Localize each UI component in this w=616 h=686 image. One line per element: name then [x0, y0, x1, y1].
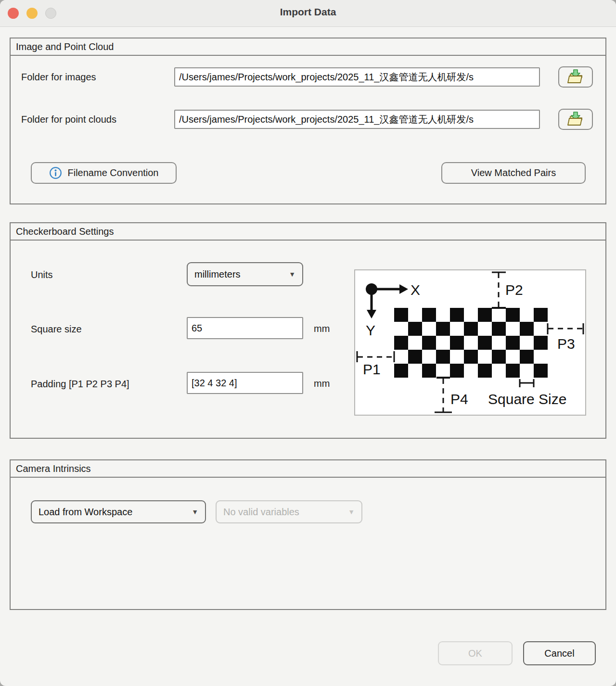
ok-button: OK [438, 641, 513, 665]
folder-pointclouds-input[interactable] [174, 110, 540, 129]
p2-label: P2 [505, 282, 523, 298]
chevron-down-icon: ▼ [348, 508, 355, 516]
square-size-label: Square size [31, 323, 82, 335]
y-axis-arrowhead-icon [367, 310, 376, 318]
folder-images-input[interactable] [174, 67, 540, 87]
group-title-camera-intrinsics: Camera Intrinsics [11, 460, 605, 478]
cancel-label: Cancel [544, 648, 574, 659]
y-axis-label: Y [366, 322, 375, 338]
chevron-down-icon: ▼ [289, 270, 295, 278]
p3-label: P3 [557, 336, 575, 352]
padding-label: Padding [P1 P2 P3 P4] [31, 378, 129, 390]
padding-unit: mm [314, 378, 330, 389]
camera-intrinsics-group: Camera Intrinsics Load from Workspace ▼ … [10, 459, 606, 610]
checkerboard-diagram: X Y P2 P3 P1 [354, 269, 586, 416]
p1-label: P1 [363, 361, 381, 377]
intrinsics-source-dropdown[interactable]: Load from Workspace ▼ [31, 500, 206, 523]
x-axis-arrowhead-icon [399, 284, 408, 294]
titlebar: Import Data [0, 0, 616, 27]
view-matched-pairs-label: View Matched Pairs [471, 167, 556, 178]
ok-label: OK [468, 648, 482, 659]
checkerboard-cells [394, 308, 548, 378]
image-point-cloud-group: Image and Point Cloud Folder for images … [10, 38, 606, 204]
x-axis-label: X [411, 282, 420, 298]
browse-images-button[interactable] [558, 66, 593, 88]
square-size-caption: Square Size [488, 391, 566, 407]
view-matched-pairs-button[interactable]: View Matched Pairs [441, 162, 586, 184]
units-label: Units [31, 269, 53, 280]
dialog-title: Import Data [0, 6, 616, 18]
group-title-checkerboard-settings: Checkerboard Settings [11, 223, 605, 241]
chevron-down-icon: ▼ [192, 508, 198, 516]
intrinsics-source-selected-value: Load from Workspace [38, 507, 132, 518]
checkerboard-diagram-svg: X Y P2 P3 P1 [355, 270, 585, 415]
open-folder-icon [566, 69, 585, 85]
import-data-dialog: Import Data Image and Point Cloud Folder… [0, 0, 616, 686]
workspace-variables-selected-value: No valid variables [223, 507, 299, 518]
square-size-input[interactable] [187, 317, 303, 339]
units-selected-value: millimeters [194, 269, 241, 280]
workspace-variables-dropdown: No valid variables ▼ [216, 500, 362, 523]
cancel-button[interactable]: Cancel [523, 641, 596, 665]
open-folder-icon [566, 111, 585, 127]
units-dropdown[interactable]: millimeters ▼ [187, 262, 303, 286]
checkerboard-settings-group: Checkerboard Settings Units millimeters … [10, 222, 606, 439]
folder-pointclouds-label: Folder for point clouds [21, 114, 116, 125]
group-title-image-point-cloud: Image and Point Cloud [11, 38, 605, 56]
info-icon [49, 166, 62, 179]
padding-input[interactable] [187, 372, 303, 394]
browse-pointclouds-button[interactable] [558, 109, 593, 130]
p4-label: P4 [450, 391, 468, 407]
filename-convention-label: Filename Convention [68, 167, 159, 178]
folder-images-label: Folder for images [21, 71, 96, 83]
square-size-unit: mm [314, 323, 330, 334]
filename-convention-button[interactable]: Filename Convention [31, 162, 177, 184]
